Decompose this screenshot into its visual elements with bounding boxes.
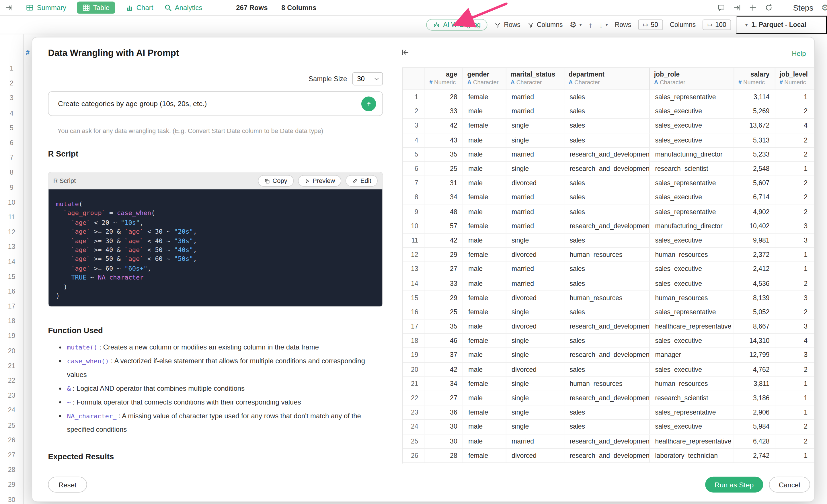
run-as-step-button[interactable]: Run as Step [705, 477, 763, 493]
cell-salary: 3,114 [734, 90, 775, 104]
cell-job_role: sales_representative [650, 90, 734, 104]
row-number-cell: 5 [403, 148, 425, 161]
column-header-salary[interactable]: salary# Numeric [734, 68, 775, 90]
cell-job_level: 1 [775, 406, 814, 419]
column-header-job_role[interactable]: job_roleA Character [650, 68, 734, 90]
ai-wrangling-label: AI Wrangling [443, 21, 481, 29]
column-name: job_role [654, 70, 728, 78]
column-type: A Character [569, 79, 644, 86]
help-link[interactable]: Help [792, 50, 806, 58]
submit-prompt-button[interactable] [361, 97, 376, 111]
cell-marital_status: married [506, 219, 564, 233]
cell-age: 34 [425, 377, 463, 391]
prompt-input[interactable] [58, 100, 355, 108]
row-number-cell: 14 [403, 276, 425, 290]
cell-job_level: 2 [775, 420, 814, 434]
column-header-gender[interactable]: genderA Character [463, 68, 506, 90]
background-row-number: 29 [0, 477, 23, 492]
column-type: # Numeric [429, 79, 457, 86]
cell-age: 30 [425, 420, 463, 434]
chevron-down-icon: ▾ [745, 22, 747, 27]
code-line: `age` >= 20 & `age` < 30 ~ "20s", [56, 228, 374, 237]
cancel-button[interactable]: Cancel [769, 477, 810, 493]
columns-limit-value: 100 [715, 21, 726, 29]
edit-label: Edit [360, 177, 371, 185]
cell-salary: 5,984 [734, 420, 775, 434]
table-row: 2134femalesinglehuman_resourceshuman_res… [403, 377, 814, 391]
column-type-icon: # [429, 79, 432, 86]
column-header-job_level[interactable]: job_level# Numeric [775, 68, 814, 90]
collapse-preview-button[interactable] [401, 48, 409, 56]
cell-salary: 5,607 [734, 176, 775, 190]
cell-marital_status: single [506, 133, 564, 147]
download-button[interactable]: ↓▾ [599, 21, 607, 29]
cell-department: sales [564, 276, 650, 290]
filter-columns-button[interactable]: Columns [527, 21, 563, 29]
upload-button[interactable]: ↑ [589, 21, 592, 29]
plus-icon [749, 4, 757, 12]
cell-gender: female [463, 191, 506, 204]
ai-wrangling-button[interactable]: AI Wrangling [426, 19, 487, 31]
function-item: case_when() : A vectorized if-else state… [67, 354, 383, 382]
rows-limit-input[interactable]: ↦ 50 [638, 19, 663, 30]
cell-job_level: 3 [775, 234, 814, 247]
cell-age: 27 [425, 262, 463, 276]
add-step-button[interactable] [749, 4, 757, 12]
column-type-icon: # [738, 79, 741, 86]
ai-wrangling-modal: Data Wrangling with AI Prompt Help Sampl… [32, 37, 815, 502]
column-type-icon: A [468, 79, 472, 86]
row-number-cell: 18 [403, 334, 425, 348]
table-settings-button[interactable]: ⚙▾ [570, 20, 582, 30]
cell-age: 29 [425, 291, 463, 305]
table-row: 2227malesingleresearch_and_developmentre… [403, 391, 814, 406]
app-window: Summary Table Chart Analytics 267 Rows 8… [0, 0, 827, 504]
cell-department: sales [564, 234, 650, 247]
cell-marital_status: married [506, 90, 564, 104]
tab-table[interactable]: Table [77, 2, 115, 14]
chevron-down-icon: ▾ [579, 22, 582, 27]
cell-job_level: 1 [775, 90, 814, 104]
table-row: 342femalesinglesalessales_executive13,67… [403, 119, 814, 133]
background-row-number: 17 [0, 299, 23, 314]
cell-age: 35 [425, 148, 463, 161]
chart-icon [125, 4, 133, 12]
refresh-button[interactable] [765, 4, 773, 12]
column-header-department[interactable]: departmentA Character [564, 68, 650, 90]
cell-job_level: 2 [775, 133, 814, 147]
preview-table-header: age# NumericgenderA Charactermarital_sta… [403, 68, 814, 90]
comment-button[interactable] [717, 4, 725, 12]
cell-job_level: 1 [775, 162, 814, 176]
tab-summary[interactable]: Summary [26, 4, 66, 12]
cell-gender: female [463, 291, 506, 305]
background-row-number: 7 [0, 150, 23, 165]
sample-size-label: Sample Size [308, 75, 347, 83]
r-script-code[interactable]: mutate( `age_group` = case_when( `age` <… [48, 189, 382, 306]
step-selector[interactable]: ▾ 1. Parquet - Local [736, 16, 827, 34]
cell-salary: 5,313 [734, 133, 775, 147]
columns-limit-input[interactable]: ↦ 100 [702, 19, 731, 30]
partial-settings-icon[interactable]: ⚙ [821, 3, 827, 13]
reset-button[interactable]: Reset [48, 477, 87, 493]
column-header-age[interactable]: age# Numeric [425, 68, 463, 90]
preview-button[interactable]: Preview [298, 175, 342, 187]
expand-right-panel-button[interactable] [733, 4, 741, 12]
limit-icon: ↦ [643, 21, 648, 29]
column-header-marital_status[interactable]: marital_statusA Character [506, 68, 564, 90]
cell-job_role: sales_representative [650, 406, 734, 419]
cell-salary: 5,233 [734, 148, 775, 161]
edit-button[interactable]: Edit [346, 175, 378, 187]
function-name: & [67, 385, 71, 393]
sample-size-row: Sample Size 30 [48, 72, 383, 86]
filter-rows-button[interactable]: Rows [494, 21, 521, 29]
prompt-box [48, 91, 383, 116]
cell-job_role: sales_executive [650, 262, 734, 276]
tab-chart[interactable]: Chart [125, 4, 153, 12]
cell-gender: male [463, 262, 506, 276]
copy-button[interactable]: Copy [258, 175, 294, 187]
collapse-panel-icon[interactable] [5, 4, 13, 12]
tab-analytics[interactable]: Analytics [164, 4, 202, 12]
cell-age: 42 [425, 234, 463, 247]
funnel-icon [527, 21, 534, 28]
sample-size-select[interactable]: 30 [352, 72, 383, 86]
cell-job_level: 1 [775, 377, 814, 391]
